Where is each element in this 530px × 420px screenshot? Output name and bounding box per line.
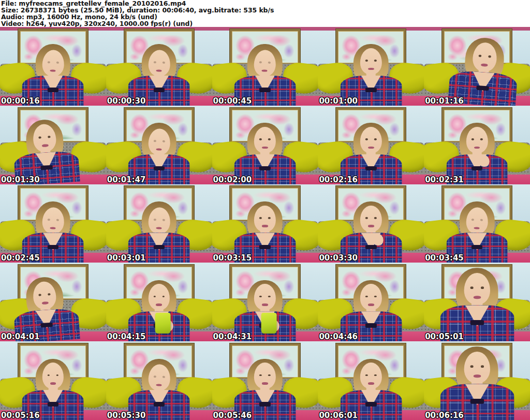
hand: [373, 234, 383, 245]
video-thumbnail: 00:05:30: [106, 341, 212, 420]
video-thumbnail: 00:01:30: [0, 106, 106, 184]
timestamp-overlay: 00:00:45: [213, 96, 252, 106]
timestamp-overlay: 00:04:15: [107, 332, 146, 341]
face: [254, 363, 276, 389]
timestamp-overlay: 00:04:46: [319, 332, 358, 341]
face: [360, 127, 382, 153]
timestamp-overlay: 00:05:46: [213, 411, 252, 420]
face: [360, 363, 382, 389]
face: [42, 363, 64, 389]
face: [254, 284, 276, 310]
video-thumbnail: 00:03:15: [212, 184, 318, 263]
video-thumbnail: 00:04:46: [318, 263, 424, 341]
file-info-header: File: myfreecams_grettellev_female_20102…: [0, 0, 530, 27]
timestamp-overlay: 00:00:16: [1, 96, 40, 106]
video-thumbnail: 00:06:16: [424, 341, 530, 420]
timestamp-overlay: 00:02:31: [425, 175, 464, 184]
timestamp-overlay: 00:01:47: [107, 175, 146, 184]
video-thumbnail: 00:03:01: [106, 184, 212, 263]
video-thumbnail: 00:04:01: [0, 263, 106, 341]
face: [466, 127, 488, 153]
timestamp-overlay: 00:01:30: [1, 175, 40, 184]
timestamp-overlay: 00:01:00: [319, 96, 358, 106]
timestamp-overlay: 00:02:00: [213, 175, 252, 184]
video-thumbnail: 00:01:47: [106, 106, 212, 184]
video-thumbnail: 00:02:31: [424, 106, 530, 184]
person-figure: [11, 118, 80, 184]
timestamp-overlay: 00:03:45: [425, 253, 464, 263]
person-figure: [440, 346, 514, 420]
face: [42, 50, 64, 77]
timestamp-overlay: 00:03:30: [319, 253, 358, 263]
timestamp-overlay: 00:05:16: [1, 411, 40, 420]
video-thumbnail: 00:04:31: [212, 263, 318, 341]
face: [148, 284, 170, 310]
timestamp-overlay: 00:06:01: [319, 411, 358, 420]
video-thumbnail: 00:06:01: [318, 341, 424, 420]
video-thumbnail: 00:02:16: [318, 106, 424, 184]
timestamp-overlay: 00:04:31: [213, 332, 252, 341]
thumbnail-grid: 00:00:16 00:00:30: [0, 27, 530, 420]
video-thumbnail: 00:02:00: [212, 106, 318, 184]
face: [360, 206, 382, 232]
video-info-line: Video: h264, yuv420p, 320x240, 1000.00 f…: [1, 20, 530, 27]
video-thumbnail: 00:03:30: [318, 184, 424, 263]
video-thumbnail: 00:00:16: [0, 27, 106, 106]
face: [464, 351, 490, 383]
face: [254, 127, 276, 153]
video-thumbnail: 00:05:01: [424, 263, 530, 341]
video-thumbnail: 00:05:16: [0, 341, 106, 420]
video-thumbnail: 00:00:30: [106, 27, 212, 106]
hand: [479, 155, 489, 167]
contact-sheet: File: myfreecams_grettellev_female_20102…: [0, 0, 530, 420]
timestamp-overlay: 00:03:01: [107, 253, 146, 263]
person-figure: [448, 36, 520, 105]
timestamp-overlay: 00:02:16: [319, 175, 358, 184]
green-cup: [261, 313, 277, 334]
timestamp-overlay: 00:02:45: [1, 253, 40, 263]
face: [360, 284, 382, 310]
timestamp-overlay: 00:06:16: [425, 411, 464, 420]
timestamp-overlay: 00:00:30: [107, 96, 146, 106]
video-thumbnail: 00:03:45: [424, 184, 530, 263]
video-thumbnail: 00:01:16: [424, 27, 530, 106]
face: [254, 206, 276, 232]
video-thumbnail: 00:01:00: [318, 27, 424, 106]
timestamp-overlay: 00:05:01: [425, 332, 464, 341]
video-thumbnail: 00:04:15: [106, 263, 212, 341]
person-figure: [11, 275, 80, 341]
video-thumbnail: 00:00:45: [212, 27, 318, 106]
timestamp-overlay: 00:01:16: [425, 96, 464, 106]
video-thumbnail: 00:05:46: [212, 341, 318, 420]
face: [360, 48, 382, 75]
timestamp-overlay: 00:04:01: [1, 332, 40, 341]
timestamp-overlay: 00:03:15: [213, 253, 252, 263]
green-cup: [155, 313, 171, 334]
person-figure: [440, 268, 514, 341]
timestamp-overlay: 00:05:30: [107, 411, 146, 420]
face: [464, 272, 490, 304]
video-thumbnail: 00:02:45: [0, 184, 106, 263]
